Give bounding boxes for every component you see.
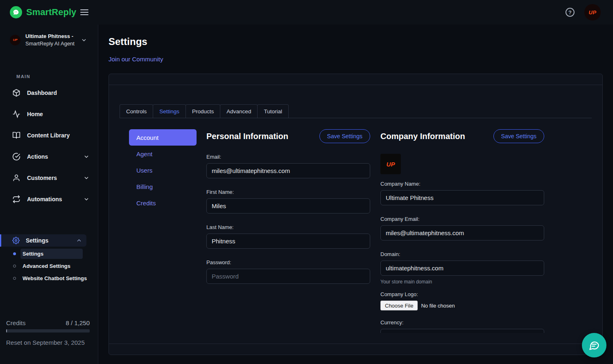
sidebar-item-automations[interactable]: Automations <box>0 189 98 210</box>
cube-icon <box>12 89 20 97</box>
hamburger-menu-icon[interactable] <box>80 8 88 17</box>
sidebar-item-dashboard[interactable]: Dashboard <box>0 82 98 103</box>
sidebar-subitem-label: Settings <box>20 249 83 259</box>
book-icon <box>12 131 20 139</box>
company-name-field[interactable] <box>380 190 544 205</box>
bullet-icon <box>13 277 16 280</box>
page-title: Settings <box>109 36 603 47</box>
email-label: Email: <box>206 154 370 160</box>
section-title: Company Information <box>380 132 465 141</box>
workspace-name: Ultimate Phitness - <box>25 33 75 40</box>
password-label: Password: <box>206 259 370 265</box>
credits-progress-fill <box>6 329 7 333</box>
subnav-item-account[interactable]: Account <box>129 129 197 146</box>
sidebar-item-customers[interactable]: Customers <box>0 167 98 189</box>
card-footer <box>109 344 602 355</box>
chevron-down-icon <box>83 196 90 202</box>
email-field[interactable] <box>206 163 370 178</box>
chat-widget-button[interactable] <box>582 333 606 357</box>
tab-controls[interactable]: Controls <box>120 104 153 118</box>
brand-name: SmartReply <box>26 7 76 18</box>
topbar-right: ? UP <box>565 4 613 20</box>
smartreply-logo-icon <box>10 6 22 18</box>
workspace-switcher[interactable]: UP Ultimate Phitness - SmartReply AI Age… <box>0 25 98 54</box>
help-icon[interactable]: ? <box>565 8 575 17</box>
personal-information-section: Personal Information Save Settings Email… <box>206 129 370 333</box>
workspace-avatar: UP <box>10 35 20 45</box>
company-logo-image: UP <box>380 154 401 174</box>
card-header <box>109 74 602 85</box>
first-name-field[interactable] <box>206 198 370 213</box>
sidebar-subitem-label: Advanced Settings <box>23 263 70 269</box>
sidebar: UP Ultimate Phitness - SmartReply AI Age… <box>0 25 98 364</box>
tab-advanced[interactable]: Advanced <box>220 104 258 118</box>
chevron-down-icon <box>83 175 90 181</box>
user-icon <box>12 174 20 182</box>
currency-label: Currency: <box>380 319 544 326</box>
password-field[interactable] <box>206 269 370 284</box>
chevron-down-icon <box>83 153 90 160</box>
settings-subnav: Account Agent Users Billing Credits <box>129 129 197 333</box>
choose-file-button[interactable]: Choose File <box>380 301 418 310</box>
user-avatar[interactable]: UP <box>584 4 601 20</box>
subnav-item-users[interactable]: Users <box>129 162 197 178</box>
workspace-subtitle: SmartReply AI Agent <box>25 40 75 47</box>
sidebar-subitem-website-chatbot-settings[interactable]: Website Chatbot Settings <box>0 272 98 284</box>
sidebar-item-label: Actions <box>27 153 48 160</box>
credits-label: Credits <box>6 319 26 326</box>
domain-field[interactable] <box>380 261 544 276</box>
last-name-label: Last Name: <box>206 224 370 230</box>
currency-select[interactable]: $ USD <box>380 329 544 333</box>
sidebar-item-label: Settings <box>26 237 48 244</box>
credits-progress-bar <box>6 329 90 333</box>
chevron-up-icon <box>76 237 82 244</box>
sidebar-subitem-advanced-settings[interactable]: Advanced Settings <box>0 260 98 272</box>
sidebar-item-label: Content Library <box>27 132 70 139</box>
section-title: Personal Information <box>206 132 288 141</box>
domain-helper-text: Your store main domain <box>380 279 544 285</box>
sidebar-item-label: Automations <box>27 196 62 202</box>
subnav-item-credits[interactable]: Credits <box>129 195 197 211</box>
sidebar-item-settings-group[interactable]: Settings <box>0 234 86 247</box>
sidebar-item-content-library[interactable]: Content Library <box>0 125 98 146</box>
first-name-label: First Name: <box>206 189 370 195</box>
chevron-down-icon <box>81 37 87 43</box>
domain-label: Domain: <box>380 251 544 257</box>
gear-icon <box>12 237 20 244</box>
company-name-label: Company Name: <box>380 181 544 187</box>
check-circle-icon <box>12 153 20 161</box>
main-content: Settings Join our Community Controls Set… <box>98 25 613 364</box>
credits-panel: Credits 8 / 1,250 Reset on September 3, … <box>6 319 90 346</box>
tab-settings[interactable]: Settings <box>153 104 186 118</box>
tab-content: Account Agent Users Billing Credits Pers… <box>109 118 602 333</box>
company-information-section: Company Information Save Settings UP Com… <box>380 129 544 333</box>
bullet-icon <box>13 265 16 267</box>
chat-bubble-icon <box>588 339 600 351</box>
repeat-icon <box>12 195 20 203</box>
sidebar-subitem-settings[interactable]: Settings <box>0 247 98 260</box>
settings-card: Controls Settings Products Advanced Tuto… <box>109 74 603 355</box>
subnav-item-agent[interactable]: Agent <box>129 146 197 162</box>
company-email-field[interactable] <box>380 225 544 240</box>
bullet-icon <box>13 252 16 255</box>
sidebar-item-home[interactable]: Home <box>0 103 98 125</box>
sidebar-subitem-label: Website Chatbot Settings <box>23 275 87 281</box>
save-settings-button[interactable]: Save Settings <box>319 129 370 143</box>
sidebar-item-actions[interactable]: Actions <box>0 146 98 167</box>
credits-reset-text: Reset on September 3, 2025 <box>6 339 90 346</box>
save-settings-button[interactable]: Save Settings <box>493 129 544 143</box>
workspace-text: Ultimate Phitness - SmartReply AI Agent <box>25 33 75 47</box>
sidebar-section-label: MAIN <box>16 74 98 79</box>
brand: SmartReply <box>0 6 98 18</box>
tab-products[interactable]: Products <box>185 104 220 118</box>
tabs-row: Controls Settings Products Advanced Tuto… <box>120 104 592 118</box>
last-name-field[interactable] <box>206 234 370 249</box>
sidebar-item-label: Dashboard <box>27 90 57 96</box>
card-body: Controls Settings Products Advanced Tuto… <box>109 85 602 333</box>
file-status-text: No file chosen <box>421 303 455 309</box>
tab-tutorial[interactable]: Tutorial <box>257 104 289 118</box>
community-link[interactable]: Join our Community <box>109 56 163 63</box>
subnav-item-billing[interactable]: Billing <box>129 178 197 195</box>
sidebar-item-label: Home <box>27 111 43 117</box>
topbar: SmartReply ? UP <box>0 0 613 25</box>
